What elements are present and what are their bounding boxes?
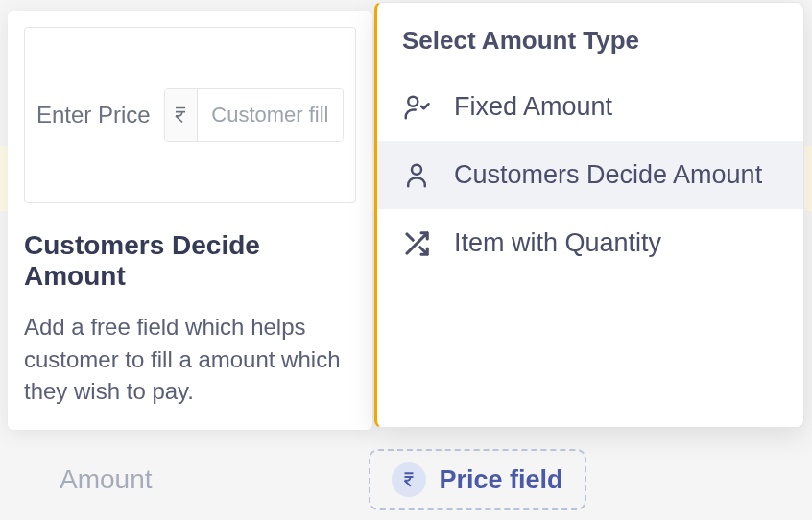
card-title: Customers Decide Amount (24, 230, 356, 292)
amount-type-dropdown: Select Amount Type Fixed Amount Customer… (374, 2, 804, 428)
price-preview-box: Enter Price (24, 27, 356, 203)
option-customers-decide[interactable]: Customers Decide Amount (377, 141, 803, 209)
amount-label: Amount (60, 464, 153, 495)
card-description: Add a free field which helps customer to… (24, 311, 356, 408)
rupee-icon (392, 462, 426, 497)
option-label: Fixed Amount (454, 92, 612, 122)
price-field-button[interactable]: Price field (369, 449, 586, 510)
customer-price-input[interactable] (198, 89, 343, 141)
option-item-quantity[interactable]: Item with Quantity (377, 209, 803, 277)
price-field-label: Price field (440, 465, 563, 495)
price-input-wrap (164, 88, 344, 142)
person-check-icon (402, 93, 431, 122)
svg-point-0 (408, 96, 418, 106)
person-icon (402, 161, 431, 190)
option-label: Item with Quantity (454, 228, 661, 258)
option-label: Customers Decide Amount (454, 160, 762, 190)
shuffle-icon (402, 229, 431, 258)
enter-price-label: Enter Price (36, 102, 151, 129)
svg-point-1 (412, 164, 421, 174)
amount-type-preview-card: Enter Price Customers Decide Amount Add … (8, 11, 372, 430)
option-fixed-amount[interactable]: Fixed Amount (377, 73, 803, 141)
dropdown-title: Select Amount Type (377, 26, 803, 73)
bottom-row: Amount Price field (0, 449, 812, 510)
rupee-icon (165, 89, 199, 141)
